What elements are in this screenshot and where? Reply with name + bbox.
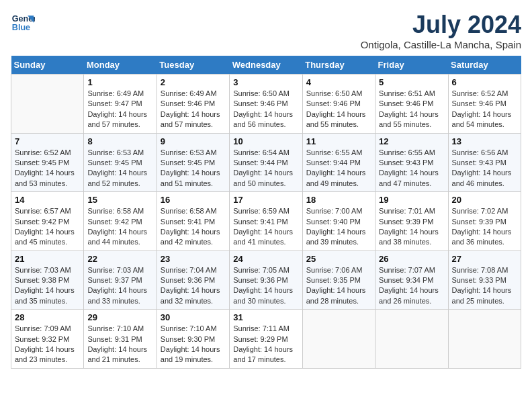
- day-number: 21: [15, 254, 80, 264]
- day-info: Sunrise: 6:58 AM Sunset: 9:42 PM Dayligh…: [87, 206, 152, 248]
- day-info: Sunrise: 7:08 AM Sunset: 9:33 PM Dayligh…: [452, 265, 517, 307]
- day-number: 2: [161, 77, 226, 87]
- calendar-cell: 6Sunrise: 6:52 AM Sunset: 9:46 PM Daylig…: [448, 75, 521, 134]
- calendar-cell: 18Sunrise: 7:00 AM Sunset: 9:40 PM Dayli…: [302, 192, 375, 251]
- day-number: 10: [233, 136, 298, 146]
- day-info: Sunrise: 7:05 AM Sunset: 9:36 PM Dayligh…: [233, 265, 298, 307]
- day-number: 11: [306, 136, 371, 146]
- day-number: 24: [233, 254, 298, 264]
- day-number: 29: [87, 312, 152, 322]
- calendar-cell: [375, 310, 448, 369]
- calendar-cell: [448, 310, 521, 369]
- calendar-cell: 17Sunrise: 6:59 AM Sunset: 9:41 PM Dayli…: [230, 192, 302, 251]
- day-info: Sunrise: 7:10 AM Sunset: 9:30 PM Dayligh…: [161, 324, 226, 365]
- day-info: Sunrise: 6:49 AM Sunset: 9:46 PM Dayligh…: [161, 89, 226, 130]
- week-row-2: 7Sunrise: 6:52 AM Sunset: 9:45 PM Daylig…: [11, 133, 521, 192]
- day-number: 6: [452, 77, 517, 87]
- day-number: 23: [161, 254, 226, 264]
- calendar-cell: [302, 310, 375, 369]
- calendar-cell: 2Sunrise: 6:49 AM Sunset: 9:46 PM Daylig…: [157, 75, 229, 134]
- calendar-cell: 29Sunrise: 7:10 AM Sunset: 9:31 PM Dayli…: [84, 310, 157, 369]
- day-info: Sunrise: 7:04 AM Sunset: 9:36 PM Dayligh…: [161, 265, 226, 307]
- day-number: 3: [233, 77, 298, 87]
- calendar-cell: [11, 75, 84, 134]
- calendar-cell: 10Sunrise: 6:54 AM Sunset: 9:44 PM Dayli…: [230, 133, 302, 192]
- day-info: Sunrise: 7:00 AM Sunset: 9:40 PM Dayligh…: [306, 206, 371, 248]
- header-sunday: Sunday: [11, 56, 84, 75]
- day-info: Sunrise: 6:52 AM Sunset: 9:46 PM Dayligh…: [452, 89, 517, 130]
- day-number: 5: [379, 77, 444, 87]
- day-info: Sunrise: 6:53 AM Sunset: 9:45 PM Dayligh…: [161, 148, 226, 189]
- day-number: 20: [452, 195, 517, 205]
- calendar-cell: 8Sunrise: 6:53 AM Sunset: 9:45 PM Daylig…: [84, 133, 157, 192]
- calendar-cell: 9Sunrise: 6:53 AM Sunset: 9:45 PM Daylig…: [157, 133, 229, 192]
- day-info: Sunrise: 6:55 AM Sunset: 9:43 PM Dayligh…: [379, 148, 444, 189]
- calendar-header-row: SundayMondayTuesdayWednesdayThursdayFrid…: [11, 56, 521, 75]
- main-title: July 2024: [361, 11, 521, 39]
- calendar-table: SundayMondayTuesdayWednesdayThursdayFrid…: [11, 56, 521, 369]
- day-number: 26: [379, 254, 444, 264]
- day-number: 18: [306, 195, 371, 205]
- day-number: 31: [233, 312, 298, 322]
- header-wednesday: Wednesday: [230, 56, 302, 75]
- calendar-cell: 5Sunrise: 6:51 AM Sunset: 9:46 PM Daylig…: [375, 75, 448, 134]
- calendar-cell: 26Sunrise: 7:07 AM Sunset: 9:34 PM Dayli…: [375, 250, 448, 310]
- day-info: Sunrise: 6:50 AM Sunset: 9:46 PM Dayligh…: [306, 89, 371, 130]
- header-thursday: Thursday: [302, 56, 375, 75]
- calendar-cell: 19Sunrise: 7:01 AM Sunset: 9:39 PM Dayli…: [375, 192, 448, 251]
- calendar-cell: 4Sunrise: 6:50 AM Sunset: 9:46 PM Daylig…: [302, 75, 375, 134]
- day-number: 25: [306, 254, 371, 264]
- day-number: 27: [452, 254, 517, 264]
- day-info: Sunrise: 7:11 AM Sunset: 9:29 PM Dayligh…: [233, 324, 298, 365]
- calendar-cell: 21Sunrise: 7:03 AM Sunset: 9:38 PM Dayli…: [11, 250, 84, 310]
- logo: General Blue: [11, 11, 35, 35]
- header-tuesday: Tuesday: [157, 56, 229, 75]
- day-number: 8: [87, 136, 152, 146]
- day-number: 19: [379, 195, 444, 205]
- calendar-cell: 7Sunrise: 6:52 AM Sunset: 9:45 PM Daylig…: [11, 133, 84, 192]
- day-info: Sunrise: 6:55 AM Sunset: 9:44 PM Dayligh…: [306, 148, 371, 189]
- day-info: Sunrise: 7:02 AM Sunset: 9:39 PM Dayligh…: [452, 206, 517, 248]
- week-row-4: 21Sunrise: 7:03 AM Sunset: 9:38 PM Dayli…: [11, 250, 521, 310]
- calendar-cell: 28Sunrise: 7:09 AM Sunset: 9:32 PM Dayli…: [11, 310, 84, 369]
- calendar-cell: 25Sunrise: 7:06 AM Sunset: 9:35 PM Dayli…: [302, 250, 375, 310]
- header-friday: Friday: [375, 56, 448, 75]
- title-block: July 2024 Ontigola, Castille-La Mancha, …: [361, 11, 521, 50]
- day-info: Sunrise: 6:56 AM Sunset: 9:43 PM Dayligh…: [452, 148, 517, 189]
- calendar-cell: 13Sunrise: 6:56 AM Sunset: 9:43 PM Dayli…: [448, 133, 521, 192]
- day-number: 15: [87, 195, 152, 205]
- calendar-cell: 12Sunrise: 6:55 AM Sunset: 9:43 PM Dayli…: [375, 133, 448, 192]
- calendar-body: 1Sunrise: 6:49 AM Sunset: 9:47 PM Daylig…: [11, 75, 521, 369]
- day-number: 9: [161, 136, 226, 146]
- calendar-cell: 23Sunrise: 7:04 AM Sunset: 9:36 PM Dayli…: [157, 250, 229, 310]
- day-info: Sunrise: 6:51 AM Sunset: 9:46 PM Dayligh…: [379, 89, 444, 130]
- calendar-cell: 15Sunrise: 6:58 AM Sunset: 9:42 PM Dayli…: [84, 192, 157, 251]
- day-number: 16: [161, 195, 226, 205]
- day-info: Sunrise: 6:58 AM Sunset: 9:41 PM Dayligh…: [161, 206, 226, 248]
- calendar-cell: 3Sunrise: 6:50 AM Sunset: 9:46 PM Daylig…: [230, 75, 302, 134]
- header-saturday: Saturday: [448, 56, 521, 75]
- day-number: 4: [306, 77, 371, 87]
- svg-text:Blue: Blue: [12, 23, 30, 32]
- calendar-cell: 14Sunrise: 6:57 AM Sunset: 9:42 PM Dayli…: [11, 192, 84, 251]
- day-number: 1: [87, 77, 152, 87]
- day-number: 28: [15, 312, 80, 322]
- day-info: Sunrise: 6:52 AM Sunset: 9:45 PM Dayligh…: [15, 148, 80, 189]
- calendar-cell: 27Sunrise: 7:08 AM Sunset: 9:33 PM Dayli…: [448, 250, 521, 310]
- week-row-5: 28Sunrise: 7:09 AM Sunset: 9:32 PM Dayli…: [11, 310, 521, 369]
- day-info: Sunrise: 7:03 AM Sunset: 9:37 PM Dayligh…: [87, 265, 152, 307]
- header-monday: Monday: [84, 56, 157, 75]
- day-info: Sunrise: 7:06 AM Sunset: 9:35 PM Dayligh…: [306, 265, 371, 307]
- calendar-cell: 31Sunrise: 7:11 AM Sunset: 9:29 PM Dayli…: [230, 310, 302, 369]
- calendar-cell: 24Sunrise: 7:05 AM Sunset: 9:36 PM Dayli…: [230, 250, 302, 310]
- day-info: Sunrise: 7:03 AM Sunset: 9:38 PM Dayligh…: [15, 265, 80, 307]
- day-info: Sunrise: 6:54 AM Sunset: 9:44 PM Dayligh…: [233, 148, 298, 189]
- day-info: Sunrise: 7:01 AM Sunset: 9:39 PM Dayligh…: [379, 206, 444, 248]
- week-row-1: 1Sunrise: 6:49 AM Sunset: 9:47 PM Daylig…: [11, 75, 521, 134]
- day-number: 14: [15, 195, 80, 205]
- day-number: 30: [161, 312, 226, 322]
- day-number: 7: [15, 136, 80, 146]
- day-info: Sunrise: 7:07 AM Sunset: 9:34 PM Dayligh…: [379, 265, 444, 307]
- calendar-cell: 16Sunrise: 6:58 AM Sunset: 9:41 PM Dayli…: [157, 192, 229, 251]
- calendar-cell: 30Sunrise: 7:10 AM Sunset: 9:30 PM Dayli…: [157, 310, 229, 369]
